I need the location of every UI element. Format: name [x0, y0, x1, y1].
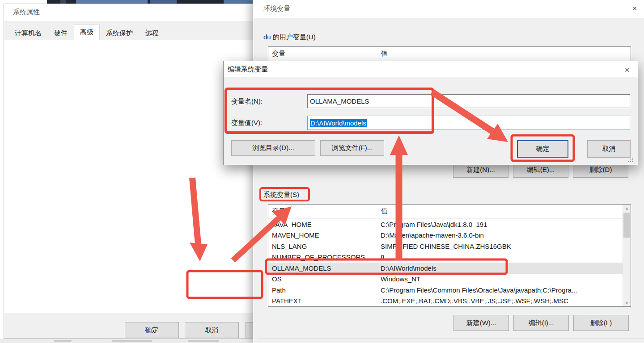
user-table-header: 变量 值 [268, 47, 631, 61]
scrollbar[interactable]: ∧ ∨ [623, 205, 631, 306]
column-header-value[interactable]: 值 [378, 205, 631, 218]
variable-value-input[interactable]: D:\AIWorld\models [307, 116, 630, 130]
system-var-button[interactable]: 编辑(I)... [513, 315, 569, 331]
table-row[interactable]: JAVA_HOME C:\Program Files\Java\jdk1.8.0… [268, 219, 623, 230]
var-value-cell: 8 [378, 253, 623, 261]
background-fragment [54, 340, 72, 342]
background-window-strip-bottom [0, 339, 253, 343]
tab-item[interactable]: 高级 [74, 24, 100, 40]
var-name-cell: OS [268, 275, 378, 283]
system-properties-window: 系统属性 计算机名硬件高级系统保护远程 要进行大多数更改，你必须作为管理员登录。… [4, 4, 277, 339]
var-name-cell: OLLAMA_MODELS [268, 264, 378, 272]
var-value-cell: D:\Maven\apache-maven-3.6.0-bin [378, 231, 623, 239]
background-fragment [76, 0, 148, 4]
table-row[interactable]: OLLAMA_MODELS D:\AIWorld\models [268, 263, 623, 274]
sysprops-cancel-button[interactable]: 取消 [185, 322, 239, 338]
scrollbar-up-icon[interactable]: ∧ [623, 205, 631, 212]
background-fragment [60, 0, 66, 4]
var-value-cell: SIMPLIFIED CHINESE_CHINA.ZHS16GBK [378, 243, 623, 250]
system-var-button[interactable]: 删除(L) [573, 315, 629, 331]
var-value-cell: C:\Program Files\Common Files\Oracle\Jav… [378, 286, 623, 294]
system-variables-label: 系统变量(S) [263, 191, 299, 199]
variable-name-input[interactable]: OLLAMA_MODELS [307, 94, 630, 108]
tab-item[interactable]: 系统保护 [100, 26, 139, 40]
table-row[interactable]: PATHEXT .COM;.EXE;.BAT;.CMD;.VBS;.VBE;.J… [268, 296, 623, 307]
browse-directory-button[interactable]: 浏览目录(D)... [231, 140, 315, 156]
close-icon[interactable]: ✕ [623, 66, 631, 75]
var-name-cell: NUMBER_OF_PROCESSORS [268, 253, 378, 261]
system-var-button[interactable]: 新建(W)... [453, 315, 509, 331]
resize-grip[interactable] [628, 158, 629, 159]
system-variables-buttons: 新建(W)...编辑(I)...删除(L) [453, 315, 629, 331]
var-value-cell: Windows_NT [378, 275, 623, 283]
tab-item[interactable]: 远程 [139, 26, 165, 40]
dialog-cancel-button[interactable]: 取消 [587, 140, 631, 158]
background-window-strip [47, 0, 253, 4]
table-row[interactable]: OS Windows_NT [268, 274, 623, 285]
envwin-titlebar [253, 0, 644, 18]
tab-item[interactable]: 计算机名 [8, 26, 48, 40]
variable-value-label: 变量值(V): [231, 119, 262, 127]
user-variables-label: du 的用户变量(U) [263, 33, 316, 42]
tab-item[interactable]: 硬件 [48, 26, 74, 40]
column-header-variable[interactable]: 变量 [268, 47, 378, 61]
system-table-header: 变量 值 [268, 205, 631, 219]
var-name-cell: JAVA_HOME [268, 221, 378, 228]
var-name-cell: PATHEXT [268, 297, 378, 305]
table-row[interactable]: Path C:\Program Files\Common Files\Oracl… [268, 284, 623, 296]
background-fragment [188, 340, 219, 342]
screenshot-stage: 系统属性 计算机名硬件高级系统保护远程 要进行大多数更改，你必须作为管理员登录。… [0, 0, 644, 343]
editdlg-titlebar [224, 61, 638, 77]
table-row[interactable]: NUMBER_OF_PROCESSORS 8 [268, 252, 623, 263]
close-icon[interactable]: ✕ [630, 4, 639, 13]
system-variables-table[interactable]: 变量 值 JAVA_HOME C:\Program Files\Java\jdk… [268, 204, 631, 307]
background-fragment [224, 0, 253, 4]
sysprops-ok-button[interactable]: 确定 [125, 322, 179, 338]
system-table-rows: JAVA_HOME C:\Program Files\Java\jdk1.8.0… [268, 219, 623, 306]
table-row[interactable]: NLS_LANG SIMPLIFIED CHINESE_CHINA.ZHS16G… [268, 241, 623, 252]
environment-variables-window: 环境变量 ✕ du 的用户变量(U) 变量 值 新建(N)...编辑(E)...… [253, 0, 644, 343]
variable-name-text: OLLAMA_MODELS [310, 97, 369, 105]
envwin-divider [258, 338, 644, 339]
var-value-cell: C:\Program Files\Java\jdk1.8.0_191 [378, 221, 623, 228]
variable-name-label: 变量名(N): [231, 97, 263, 106]
sysprops-title: 系统属性 [13, 8, 40, 17]
var-name-cell: NLS_LANG [268, 243, 378, 250]
dialog-ok-button[interactable]: 确定 [517, 140, 568, 158]
var-value-cell: D:\AIWorld\models [378, 264, 623, 272]
scrollbar-thumb[interactable] [623, 213, 630, 238]
var-value-cell: .COM;.EXE;.BAT;.CMD;.VBS;.VBE;.JS;.JSE;.… [378, 297, 623, 305]
variable-value-selected-text: D:\AIWorld\models [310, 119, 367, 127]
var-name-cell: MAVEN_HOME [268, 231, 378, 239]
background-fragment [150, 0, 177, 4]
column-header-variable[interactable]: 变量 [268, 205, 378, 218]
envwin-title: 环境变量 [263, 4, 290, 13]
sysprops-titlebar [4, 4, 277, 21]
editdlg-title: 编辑系统变量 [228, 65, 268, 74]
browse-file-button[interactable]: 浏览文件(F)... [320, 140, 384, 156]
table-row[interactable]: MAVEN_HOME D:\Maven\apache-maven-3.6.0-b… [268, 230, 623, 241]
column-header-value[interactable]: 值 [378, 47, 631, 61]
edit-system-variable-dialog: 编辑系统变量 ✕ 变量名(N): OLLAMA_MODELS 变量值(V): D… [223, 61, 638, 165]
scrollbar-down-icon[interactable]: ∨ [623, 299, 631, 306]
sysprops-tabs: 计算机名硬件高级系统保护远程 [8, 26, 165, 40]
var-name-cell: Path [268, 286, 378, 294]
background-fragment [112, 340, 152, 342]
